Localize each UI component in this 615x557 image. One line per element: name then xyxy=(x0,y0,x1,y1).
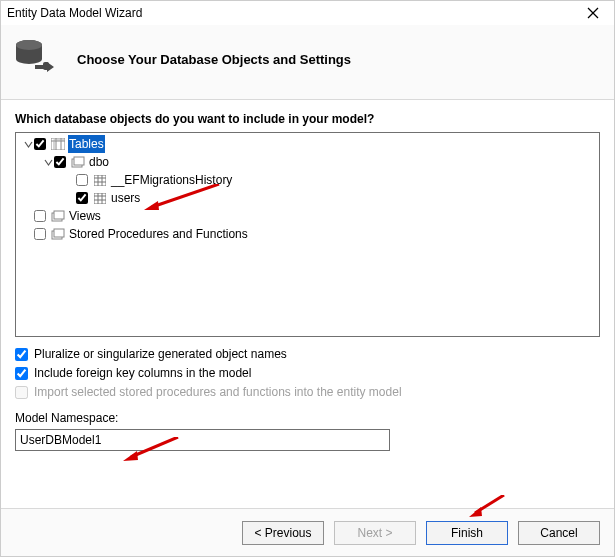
svg-rect-4 xyxy=(43,62,49,70)
close-button[interactable] xyxy=(578,3,608,23)
next-button: Next > xyxy=(334,521,416,545)
database-icon xyxy=(13,35,61,83)
users-label: users xyxy=(110,189,141,207)
pluralize-label: Pluralize or singularize generated objec… xyxy=(34,347,287,361)
fkeys-checkbox[interactable] xyxy=(15,367,28,380)
expand-caret[interactable] xyxy=(42,158,54,167)
svg-rect-12 xyxy=(94,175,106,186)
option-import-sp: Import selected stored procedures and fu… xyxy=(15,385,600,399)
options-group: Pluralize or singularize generated objec… xyxy=(15,347,600,399)
tables-label: Tables xyxy=(68,135,105,153)
sprocs-icon xyxy=(51,227,65,241)
svg-point-3 xyxy=(16,40,42,50)
database-objects-tree[interactable]: Tables dbo __EFMigrationsHistory xyxy=(15,132,600,337)
svg-rect-25 xyxy=(54,229,64,237)
schema-icon xyxy=(71,155,85,169)
prompt-label: Which database objects do you want to in… xyxy=(15,112,600,126)
previous-button[interactable]: < Previous xyxy=(242,521,324,545)
table-icon xyxy=(93,191,107,205)
pluralize-checkbox[interactable] xyxy=(15,348,28,361)
tree-node-users[interactable]: users xyxy=(20,189,595,207)
namespace-label: Model Namespace: xyxy=(15,411,600,425)
migrations-checkbox[interactable] xyxy=(76,174,88,186)
sprocs-label: Stored Procedures and Functions xyxy=(68,225,249,243)
header-title: Choose Your Database Objects and Setting… xyxy=(77,52,351,67)
finish-button[interactable]: Finish xyxy=(426,521,508,545)
dbo-label: dbo xyxy=(88,153,110,171)
wizard-content: Which database objects do you want to in… xyxy=(1,100,614,459)
migrations-label: __EFMigrationsHistory xyxy=(110,171,233,189)
tables-icon xyxy=(51,137,65,151)
title-bar: Entity Data Model Wizard xyxy=(1,1,614,25)
option-foreign-keys[interactable]: Include foreign key columns in the model xyxy=(15,366,600,380)
namespace-input[interactable] xyxy=(15,429,390,451)
tree-node-views[interactable]: Views xyxy=(20,207,595,225)
expand-caret[interactable] xyxy=(22,140,34,149)
views-icon xyxy=(51,209,65,223)
fkeys-label: Include foreign key columns in the model xyxy=(34,366,251,380)
tree-node-migrations[interactable]: __EFMigrationsHistory xyxy=(20,171,595,189)
svg-rect-23 xyxy=(54,211,64,219)
svg-rect-11 xyxy=(74,157,84,165)
table-icon xyxy=(93,173,107,187)
users-checkbox[interactable] xyxy=(76,192,88,204)
tree-node-sprocs[interactable]: Stored Procedures and Functions xyxy=(20,225,595,243)
cancel-button[interactable]: Cancel xyxy=(518,521,600,545)
views-label: Views xyxy=(68,207,102,225)
option-pluralize[interactable]: Pluralize or singularize generated objec… xyxy=(15,347,600,361)
import-sp-checkbox xyxy=(15,386,28,399)
window-title: Entity Data Model Wizard xyxy=(7,6,142,20)
svg-rect-17 xyxy=(94,193,106,204)
import-sp-label: Import selected stored procedures and fu… xyxy=(34,385,402,399)
close-icon xyxy=(587,7,599,19)
wizard-header: Choose Your Database Objects and Setting… xyxy=(1,25,614,100)
dbo-checkbox[interactable] xyxy=(54,156,66,168)
tree-node-tables[interactable]: Tables xyxy=(20,135,595,153)
tables-checkbox[interactable] xyxy=(34,138,46,150)
sprocs-checkbox[interactable] xyxy=(34,228,46,240)
views-checkbox[interactable] xyxy=(34,210,46,222)
tree-node-dbo[interactable]: dbo xyxy=(20,153,595,171)
wizard-footer: < Previous Next > Finish Cancel xyxy=(1,508,614,556)
